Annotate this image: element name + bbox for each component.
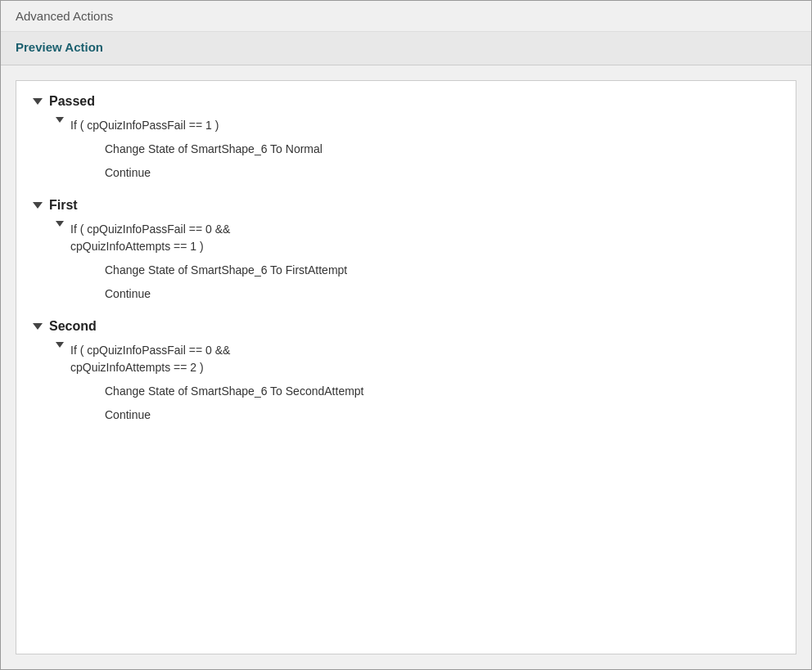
action-item: Change State of SmartShape_6 To Normal [105,141,779,158]
preview-action-label: Preview Action [16,40,103,54]
condition-row-passed: If ( cpQuizInfoPassFail == 1 ) [56,117,779,134]
section-second-label: Second [49,319,97,334]
section-passed: Passed If ( cpQuizInfoPassFail == 1 ) Ch… [33,94,779,182]
window-title: Advanced Actions [16,9,113,23]
content-area: Passed If ( cpQuizInfoPassFail == 1 ) Ch… [16,80,796,654]
condition-row-first: If ( cpQuizInfoPassFail == 0 && cpQuizIn… [56,221,779,255]
header-bar: Preview Action [1,32,811,65]
section-passed-label: Passed [49,94,95,109]
section-first-header[interactable]: First [33,198,779,213]
chevron-down-icon [33,202,43,209]
condition-text-passed: If ( cpQuizInfoPassFail == 1 ) [70,117,219,134]
action-item: Continue [105,164,779,182]
chevron-down-small-icon [56,117,64,123]
condition-text-first: If ( cpQuizInfoPassFail == 0 && cpQuizIn… [70,221,230,255]
section-second: Second If ( cpQuizInfoPassFail == 0 && c… [33,319,779,424]
main-window: Advanced Actions Preview Action Passed I… [0,0,812,670]
action-item: Change State of SmartShape_6 To FirstAtt… [105,262,779,279]
section-second-header[interactable]: Second [33,319,779,334]
condition-block-first: If ( cpQuizInfoPassFail == 0 && cpQuizIn… [56,221,779,303]
condition-row-second: If ( cpQuizInfoPassFail == 0 && cpQuizIn… [56,342,779,376]
actions-block-passed: Change State of SmartShape_6 To Normal C… [105,141,779,182]
chevron-down-icon [33,98,43,105]
section-passed-header[interactable]: Passed [33,94,779,109]
condition-text-second: If ( cpQuizInfoPassFail == 0 && cpQuizIn… [70,342,230,376]
condition-block-passed: If ( cpQuizInfoPassFail == 1 ) Change St… [56,117,779,182]
condition-block-second: If ( cpQuizInfoPassFail == 0 && cpQuizIn… [56,342,779,424]
chevron-down-small-icon [56,342,64,348]
section-first: First If ( cpQuizInfoPassFail == 0 && cp… [33,198,779,303]
chevron-down-icon [33,323,43,330]
action-item: Change State of SmartShape_6 To SecondAt… [105,383,779,400]
action-item: Continue [105,407,779,424]
title-bar: Advanced Actions [1,1,811,32]
chevron-down-small-icon [56,221,64,227]
actions-block-second: Change State of SmartShape_6 To SecondAt… [105,383,779,424]
action-item: Continue [105,286,779,303]
section-first-label: First [49,198,78,213]
actions-block-first: Change State of SmartShape_6 To FirstAtt… [105,262,779,303]
